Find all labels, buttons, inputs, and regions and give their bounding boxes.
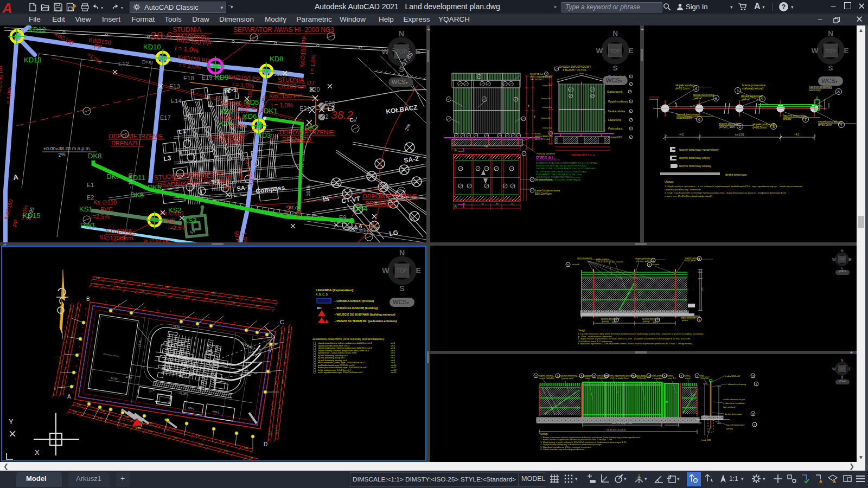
svg-text:6. Całość wykonać wg techno: 6. Całość wykonać wg technologii produce… bbox=[540, 448, 585, 451]
svg-text:DACZKÓW 2: DACZKÓW 2 bbox=[530, 78, 544, 81]
svg-text:prosty: prosty bbox=[726, 427, 733, 430]
svg-text:słupek wiodący: słupek wiodący bbox=[675, 84, 695, 87]
svg-text:typ „zielony”: typ „zielony” bbox=[723, 406, 736, 408]
svg-text:2,50: 2,50 bbox=[76, 402, 82, 406]
svg-text:N: N bbox=[612, 29, 618, 37]
svg-text:STUDNIA: STUDNIA bbox=[173, 26, 201, 34]
svg-text:2: 2 bbox=[739, 125, 741, 129]
svg-text:WYMIARY W CM, POZIOMY W METRAC: WYMIARY W CM, POZIOMY W METRACH bbox=[536, 178, 580, 181]
svg-text:(krzyż)_3szt.: (krzyż)_3szt. bbox=[719, 125, 736, 129]
svg-text:2,50: 2,50 bbox=[277, 355, 280, 360]
svg-text:i = 1,0%: i = 1,0% bbox=[309, 54, 316, 74]
svg-text:Kd∅150 PP: Kd∅150 PP bbox=[298, 35, 308, 68]
svg-text:Z BLACHY OCYNK.: Z BLACHY OCYNK. bbox=[563, 68, 587, 72]
svg-text:±0.00=38.20 m n.p.m.: ±0.00=38.20 m n.p.m. bbox=[43, 146, 91, 151]
svg-text:2: 2 bbox=[535, 375, 537, 378]
svg-text:2,50: 2,50 bbox=[117, 286, 122, 289]
svg-text:2,50: 2,50 bbox=[139, 289, 144, 292]
svg-text:Y: Y bbox=[9, 418, 14, 426]
svg-text:Siatka ocynk.: Siatka ocynk. bbox=[607, 90, 623, 93]
svg-text:2,50: 2,50 bbox=[278, 404, 282, 409]
svg-text:– WJAZD NA DZIAŁKĘ (building): – WJAZD NA DZIAŁKĘ (building) bbox=[334, 306, 378, 310]
svg-text:A: A bbox=[12, 173, 19, 182]
svg-text:2,50: 2,50 bbox=[165, 285, 170, 288]
svg-text:1: 1 bbox=[697, 375, 698, 378]
svg-text:łącznik betonowy: łącznik betonowy bbox=[726, 423, 745, 426]
svg-text:5: 5 bbox=[567, 264, 569, 267]
svg-text:C₂’: C₂’ bbox=[349, 116, 358, 123]
svg-text:2%: 2% bbox=[404, 123, 411, 132]
svg-text:kotwa 4sz: kotwa 4sz bbox=[542, 85, 552, 87]
svg-text:KD4: KD4 bbox=[219, 119, 233, 127]
svg-text:drut naciągowy: drut naciągowy bbox=[577, 256, 592, 259]
svg-text:WCS: WCS bbox=[393, 299, 407, 305]
svg-text:10: 10 bbox=[647, 375, 650, 378]
svg-text:wspornik: wspornik bbox=[584, 374, 593, 377]
svg-text:stalowa(zielona): stalowa(zielona) bbox=[742, 87, 763, 90]
svg-text:E18: E18 bbox=[183, 75, 194, 81]
svg-text:– GRANICA DZIAŁKI (frontier): – GRANICA DZIAŁKI (frontier) bbox=[334, 299, 374, 303]
svg-text:1,55: 1,55 bbox=[701, 287, 704, 292]
svg-text:34: 34 bbox=[463, 202, 465, 205]
svg-text:1016: 1016 bbox=[305, 185, 311, 196]
svg-text:TOP: TOP bbox=[610, 48, 621, 54]
svg-text:łącznik betonowy prosty: łącznik betonowy prosty bbox=[679, 156, 711, 159]
svg-text:100x100: 100x100 bbox=[700, 377, 709, 380]
svg-text:7: 7 bbox=[616, 319, 617, 322]
svg-text:2,50: 2,50 bbox=[199, 442, 204, 446]
svg-text:Uwagi:: Uwagi: bbox=[665, 180, 674, 183]
svg-text:34: 34 bbox=[481, 202, 484, 205]
svg-text:KD7: KD7 bbox=[220, 107, 234, 115]
svg-text:▾: ▾ bbox=[407, 301, 409, 305]
svg-text:W: W bbox=[596, 47, 603, 55]
svg-text:~ 11,45 (4,0+4,5+1,0): ~ 11,45 (4,0+4,5+1,0) bbox=[605, 428, 626, 431]
svg-text:KD9: KD9 bbox=[215, 73, 228, 81]
svg-text:Sd1: Sd1 bbox=[222, 184, 232, 190]
svg-text:WG PROJ. 4x4: WG PROJ. 4x4 bbox=[535, 138, 550, 140]
svg-text:1: 1 bbox=[557, 375, 559, 378]
svg-text:TOP: TOP bbox=[396, 49, 407, 55]
svg-text:E14: E14 bbox=[171, 98, 182, 104]
svg-text:4: 4 bbox=[699, 258, 700, 261]
svg-text:DRENAŻU: DRENAŻU bbox=[365, 200, 394, 207]
svg-text:E13: E13 bbox=[169, 83, 180, 89]
svg-text:kotwa 4sz: kotwa 4sz bbox=[542, 127, 552, 129]
svg-text:2,50: 2,50 bbox=[211, 292, 216, 295]
svg-text:początkowy: początkowy bbox=[676, 116, 692, 119]
svg-text:E: E bbox=[416, 47, 420, 56]
svg-text:DK2: DK2 bbox=[305, 124, 318, 132]
svg-text:końcowy: końcowy bbox=[809, 88, 821, 92]
svg-text:ocynk.: ocynk. bbox=[685, 377, 691, 380]
svg-text:Obudowa terenu: Obudowa terenu bbox=[103, 352, 119, 358]
svg-text:Ława fund.: Ława fund. bbox=[608, 118, 621, 121]
svg-text:pełna: pełna bbox=[682, 319, 688, 322]
svg-text:KOŁBACZ: KOŁBACZ bbox=[385, 104, 418, 115]
svg-text:KN-1: KN-1 bbox=[188, 406, 195, 410]
svg-text:rolka jezdna: rolka jezdna bbox=[652, 374, 663, 377]
svg-text:2,50: 2,50 bbox=[123, 423, 128, 427]
svg-text:▾: ▾ bbox=[620, 79, 622, 83]
svg-text:kotwa 4sz: kotwa 4sz bbox=[541, 117, 551, 119]
svg-text:Uwagi:: Uwagi: bbox=[578, 329, 586, 332]
svg-text:E: E bbox=[848, 258, 851, 261]
svg-text:BD: BD bbox=[317, 306, 322, 310]
svg-text:d=60,3mm: d=60,3mm bbox=[752, 126, 767, 129]
svg-text:d=76,1mm: d=76,1mm bbox=[675, 87, 690, 90]
svg-text:2,50: 2,50 bbox=[148, 421, 154, 425]
svg-text:wcisnik: wcisnik bbox=[652, 263, 659, 266]
svg-text:2,50: 2,50 bbox=[98, 416, 103, 420]
svg-text:2. Tkalć z zachowaniem tech: 2. Tkalć z zachowaniem technologii monta… bbox=[665, 191, 786, 194]
svg-text:2,50: 2,50 bbox=[142, 282, 147, 286]
svg-text:7: 7 bbox=[805, 118, 807, 122]
svg-text:TOP: TOP bbox=[825, 48, 836, 54]
svg-text:Rygiel środkowy: Rygiel środkowy bbox=[608, 100, 628, 103]
svg-text:5: 5 bbox=[649, 264, 650, 267]
svg-text:W: W bbox=[382, 266, 390, 275]
svg-text:siatka stalowa ocynk.: siatka stalowa ocynk. bbox=[723, 398, 746, 401]
svg-text:siatka: siatka bbox=[684, 374, 690, 377]
svg-text:i=2,5%: i=2,5% bbox=[91, 213, 110, 220]
svg-text:kotwa 4sz: kotwa 4sz bbox=[542, 106, 552, 108]
svg-text:E: E bbox=[848, 367, 851, 371]
svg-text:W: W bbox=[381, 47, 389, 56]
svg-text:kotwa 4sz: kotwa 4sz bbox=[544, 135, 553, 137]
